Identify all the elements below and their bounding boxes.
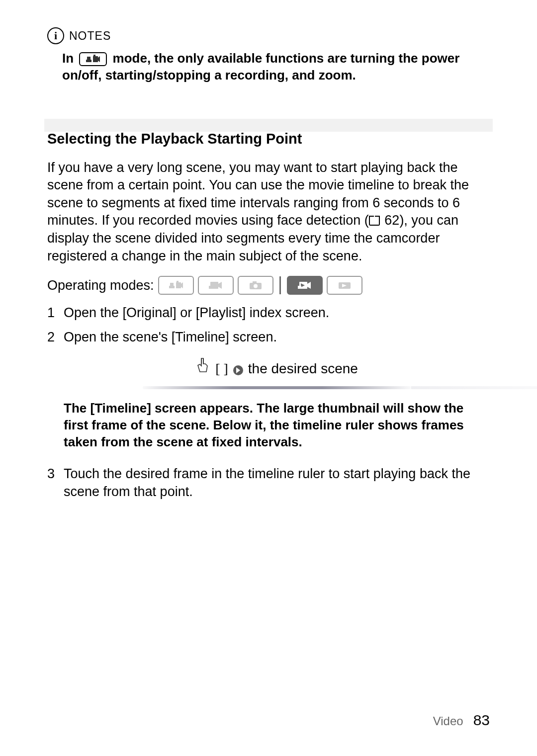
mode-video-playback-icon — [287, 276, 323, 295]
notes-body-text: mode, the only available functions are t… — [62, 51, 459, 83]
step-1-text: Open the [Original] or [Playlist] index … — [64, 304, 329, 322]
operating-modes-label: Operating modes: — [47, 278, 154, 293]
svg-rect-7 — [176, 282, 181, 288]
step-number-1: 1 — [47, 304, 55, 322]
notes-label: NOTES — [69, 29, 111, 43]
svg-rect-19 — [298, 286, 301, 289]
notes-header: i NOTES — [47, 27, 490, 44]
step-2-text: Open the scene's [Timeline] screen. — [64, 328, 490, 346]
footer-page-number: 83 — [473, 712, 490, 729]
section-intro: If you have a very long scene, you may w… — [47, 159, 490, 265]
dual-shot-mode-icon — [79, 52, 107, 66]
mode-video-record-icon — [198, 276, 234, 295]
svg-rect-2 — [93, 56, 98, 62]
notes-body: In mode, the only available functions ar… — [62, 50, 490, 84]
mode-dual-shot-icon — [158, 276, 194, 295]
svg-rect-12 — [209, 286, 213, 289]
step-list: 1 Open the [Original] or [Playlist] inde… — [47, 304, 490, 501]
touch-brackets: [ ] — [215, 359, 228, 378]
touch-action-row: [ ] the desired scene — [143, 357, 411, 389]
desired-scene-text: the desired scene — [248, 359, 358, 378]
section-heading-bar — [44, 119, 493, 132]
list-item: 1 Open the [Original] or [Playlist] inde… — [47, 304, 490, 322]
svg-rect-1 — [86, 60, 91, 62]
svg-rect-6 — [169, 286, 175, 288]
svg-marker-11 — [218, 282, 222, 289]
arrow-bullet-icon — [233, 365, 243, 375]
info-icon-glyph: i — [54, 29, 57, 42]
notes-in-prefix: In — [62, 51, 74, 66]
mode-photo-record-icon — [238, 276, 273, 295]
svg-rect-14 — [253, 281, 257, 283]
page-footer: Video 83 — [433, 712, 490, 729]
footer-section: Video — [433, 714, 463, 728]
list-item: 2 Open the scene's [Timeline] screen. [ … — [47, 328, 490, 459]
mode-divider — [279, 276, 281, 294]
svg-rect-9 — [177, 281, 179, 283]
list-item: 3 Touch the desired frame in the timelin… — [47, 465, 490, 501]
cross-ref-number: 62 — [381, 213, 400, 228]
svg-rect-4 — [93, 55, 95, 57]
info-icon: i — [47, 27, 64, 44]
mode-photo-playback-icon — [327, 276, 362, 295]
svg-marker-8 — [181, 282, 183, 288]
step-number-2: 2 — [47, 328, 55, 459]
operating-modes-row: Operating modes: — [47, 276, 490, 295]
svg-marker-17 — [307, 282, 311, 289]
section-heading: Selecting the Playback Starting Point — [47, 131, 490, 147]
svg-marker-3 — [98, 56, 100, 62]
pointing-hand-icon — [195, 357, 210, 380]
step-3-text: Touch the desired frame in the timeline … — [64, 465, 490, 501]
page-ref-icon — [369, 217, 380, 226]
svg-point-15 — [254, 284, 258, 288]
touch-action-underline — [143, 386, 411, 389]
step-2-note: The [Timeline] screen appears. The large… — [64, 400, 490, 450]
step-number-3: 3 — [47, 465, 55, 501]
